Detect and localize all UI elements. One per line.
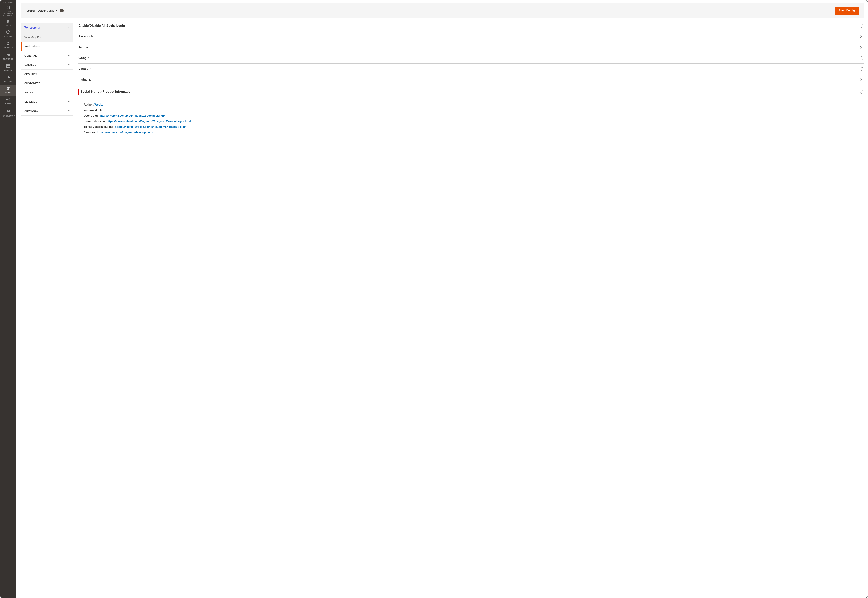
chevron-down-icon <box>68 64 70 66</box>
dollar-icon: $ <box>7 20 9 24</box>
author-label: Author: <box>84 103 94 106</box>
nav-whatsappbot[interactable]: ORDER BY WHATSAPPBOT MANAGEMENT <box>0 4 16 18</box>
tab-sales[interactable]: SALES <box>21 88 73 97</box>
section-google[interactable]: Google <box>78 53 864 64</box>
nav-sales[interactable]: $ SALES <box>0 18 16 28</box>
tab-whatsapp-bot[interactable]: WhatsApp Bot <box>21 33 73 42</box>
services-link[interactable]: https://webkul.com/magento-development/ <box>97 131 153 134</box>
cube-icon <box>6 30 10 35</box>
nav-sales-label: SALES <box>6 24 11 26</box>
megaphone-icon <box>6 52 10 57</box>
tab-advanced[interactable]: ADVANCED <box>21 106 73 115</box>
nav-dashboard-label: DASHBOARD <box>3 1 13 3</box>
section-twitter[interactable]: Twitter <box>78 42 864 53</box>
layout-icon <box>6 64 10 69</box>
section-title: Social SignUp Product Information <box>78 88 135 95</box>
ticket-label: Ticket/Customisations: <box>84 125 114 128</box>
tab-general[interactable]: GENERAL <box>21 51 73 60</box>
section-title: Enable/Disable All Social Login <box>78 24 125 28</box>
scope-select[interactable]: Default Config <box>38 9 57 12</box>
store-label: Store Extension: <box>84 120 106 123</box>
tab-customers-label: CUSTOMERS <box>24 82 40 85</box>
expand-toggle-icon <box>860 90 864 94</box>
tab-catalog[interactable]: CATALOG <box>21 60 73 70</box>
svg-rect-1 <box>7 64 10 67</box>
tab-security-label: SECURITY <box>24 73 37 75</box>
hexagon-icon <box>6 6 10 10</box>
nav-content[interactable]: CONTENT <box>0 62 16 73</box>
nav-reports-label: REPORTS <box>4 81 12 82</box>
nav-partners-label: FIND PARTNERS & EXTENSIONS <box>1 114 15 118</box>
puzzle-icon <box>6 109 10 114</box>
config-sections: Enable/Disable All Social Login Facebook… <box>78 23 864 135</box>
chevron-down-icon <box>68 91 70 94</box>
nav-content-label: CONTENT <box>4 69 12 71</box>
nav-dashboard[interactable]: DASHBOARD <box>0 1 16 4</box>
nav-reports[interactable]: REPORTS <box>0 73 16 85</box>
person-icon <box>6 41 10 46</box>
collapse-toggle-icon <box>860 35 864 38</box>
tab-social-signup[interactable]: Social Signup <box>21 42 73 51</box>
collapse-toggle-icon <box>860 67 864 71</box>
nav-catalog[interactable]: CATALOG <box>0 28 16 40</box>
tab-security[interactable]: SECURITY <box>21 70 73 79</box>
webkul-logo-icon <box>24 26 28 30</box>
tab-services[interactable]: SERVICES <box>21 97 73 106</box>
svg-point-0 <box>7 42 9 43</box>
chevron-down-icon <box>68 100 70 103</box>
nav-system-label: SYSTEM <box>5 103 12 105</box>
chevron-down-icon <box>68 82 70 85</box>
gear-icon <box>6 97 10 102</box>
main-content: Scope: Default Config ? Save Config Webk… <box>16 0 868 598</box>
section-instagram[interactable]: Instagram <box>78 74 864 85</box>
nav-marketing[interactable]: MARKETING <box>0 51 16 62</box>
chevron-down-icon <box>68 54 70 57</box>
admin-sidebar: DASHBOARD ORDER BY WHATSAPPBOT MANAGEMEN… <box>0 0 16 598</box>
config-content: Webkul WhatsApp Bot Social Signup GENERA… <box>16 18 868 139</box>
config-tabs: Webkul WhatsApp Bot Social Signup GENERA… <box>21 23 73 115</box>
nav-customers-label: CUSTOMERS <box>3 47 13 49</box>
collapse-toggle-icon <box>860 57 864 60</box>
chevron-down-icon <box>68 73 70 75</box>
collapse-toggle-icon <box>860 78 864 81</box>
chevron-up-icon <box>68 26 70 29</box>
section-product-info[interactable]: Social SignUp Product Information <box>78 85 864 99</box>
tab-general-label: GENERAL <box>24 54 37 57</box>
ticket-link[interactable]: https://webkul.uvdesk.com/en/customer/cr… <box>115 125 186 128</box>
collapse-toggle-icon <box>860 46 864 49</box>
store-link[interactable]: https://store.webkul.com/Magento-2/magen… <box>106 120 191 123</box>
product-info-block: Author: Webkul Version: 4.0.0 User Guide… <box>78 99 864 135</box>
version-value: 4.0.0 <box>96 109 102 112</box>
section-title: Facebook <box>78 35 93 38</box>
chevron-down-icon <box>55 10 57 11</box>
store-icon <box>6 86 10 91</box>
scope-select-value: Default Config <box>38 9 54 12</box>
section-title: LinkedIn <box>78 67 91 71</box>
help-icon[interactable]: ? <box>60 9 64 12</box>
tab-advanced-label: ADVANCED <box>24 109 39 112</box>
section-title: Instagram <box>78 78 93 81</box>
tab-customers[interactable]: CUSTOMERS <box>21 79 73 88</box>
nav-whatsappbot-label: ORDER BY WHATSAPPBOT MANAGEMENT <box>1 11 15 16</box>
tab-services-label: SERVICES <box>24 100 37 103</box>
nav-system[interactable]: SYSTEM <box>0 96 16 107</box>
section-linkedin[interactable]: LinkedIn <box>78 64 864 74</box>
nav-partners[interactable]: FIND PARTNERS & EXTENSIONS <box>0 107 16 120</box>
collapse-toggle-icon <box>860 24 864 28</box>
save-config-button[interactable]: Save Config <box>835 7 859 15</box>
nav-stores[interactable]: STORES <box>0 85 16 96</box>
scope-bar: Scope: Default Config ? Save Config <box>21 3 864 18</box>
svg-point-7 <box>7 99 9 100</box>
svg-rect-5 <box>8 76 9 78</box>
tab-webkul[interactable]: Webkul <box>21 23 73 33</box>
author-link[interactable]: Webkul <box>94 103 104 106</box>
nav-customers[interactable]: CUSTOMERS <box>0 40 16 51</box>
services-label: Services: <box>84 131 96 134</box>
version-label: Version: <box>84 109 94 112</box>
section-facebook[interactable]: Facebook <box>78 31 864 42</box>
nav-catalog-label: CATALOG <box>4 36 12 37</box>
tab-catalog-label: CATALOG <box>24 64 36 66</box>
userguide-link[interactable]: https://webkul.com/blog/magento2-social-… <box>100 114 165 117</box>
bar-chart-icon <box>6 75 10 80</box>
section-enable-disable-all[interactable]: Enable/Disable All Social Login <box>78 23 864 31</box>
